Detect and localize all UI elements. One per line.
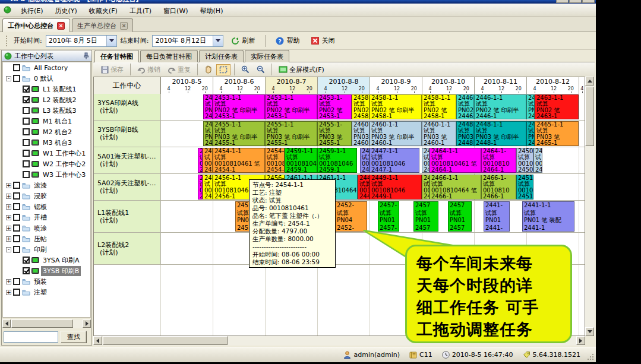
gantt-task-bar[interactable]: 245试001245 <box>203 148 213 173</box>
save-button[interactable]: 保存 <box>98 64 127 76</box>
scroll-right-button[interactable] <box>83 319 91 328</box>
gantt-task-bar[interactable]: 246试001246 <box>422 175 430 200</box>
expander-toggle[interactable]: + <box>6 215 11 220</box>
tree-item[interactable]: L2 装配线2 <box>3 94 90 105</box>
checkbox[interactable] <box>23 150 30 157</box>
checkbox[interactable] <box>23 267 30 274</box>
tree-item[interactable]: M2 机台2 <box>3 126 90 137</box>
expander-toggle[interactable]: + <box>6 183 11 188</box>
tree-item[interactable]: +预装 <box>3 276 90 287</box>
close-tab-icon[interactable]: × <box>57 22 65 30</box>
gantt-task-bar[interactable]: 2447试算00102447 <box>360 148 370 173</box>
checkbox[interactable] <box>23 128 30 135</box>
tree-item[interactable]: +滚漆 <box>3 180 90 191</box>
tree-item[interactable]: W2 工作中心2 <box>3 159 90 169</box>
gantt-task-bar[interactable]: 2458-试算PN022458- <box>352 94 370 119</box>
gantt-task-bar[interactable]: 2466-1-试算00108102466-1 <box>481 175 516 200</box>
gantt-task-bar[interactable]: 2458-1-1试算PN02 笔2458-1 <box>422 94 456 119</box>
gantt-task-bar[interactable]: 2460-1-1试算PN03 笔2460-1 <box>422 121 456 146</box>
tree-item[interactable]: +压帖 <box>3 233 90 244</box>
gantt-task-bar[interactable]: 2455-1-1试算PN03 笔 印刷半2455-1 <box>213 121 265 146</box>
tree-item[interactable]: 3YSA 印刷A <box>3 255 90 265</box>
zoom-out-button[interactable] <box>254 64 268 75</box>
pan-tool-button[interactable] <box>201 64 215 75</box>
checkbox[interactable] <box>23 107 30 114</box>
expander-toggle[interactable]: + <box>6 226 11 231</box>
expander-toggle[interactable]: + <box>6 279 11 284</box>
tree-item[interactable]: L1 装配线1 <box>3 84 90 94</box>
scroll-left-button[interactable] <box>2 319 11 328</box>
refresh-button[interactable]: 刷新 <box>227 34 259 47</box>
checkbox[interactable] <box>13 246 20 253</box>
expander-toggle[interactable]: + <box>6 236 11 242</box>
gantt-task-bar[interactable]: 2464-1-1试算0010810461 笔2464-1 <box>430 148 481 173</box>
tree-item[interactable]: W3 工作中心3 <box>3 169 90 180</box>
start-date-combo[interactable]: 2010年 8月 5日 <box>46 35 117 47</box>
pin-icon[interactable] <box>83 52 89 59</box>
scroll-down-button[interactable] <box>585 327 594 336</box>
gantt-task-bar[interactable]: 2455-1-试算PN03 笔2455-1 <box>317 121 352 146</box>
checkbox[interactable] <box>13 192 20 200</box>
document-tab[interactable]: 生产单总控台× <box>72 18 133 32</box>
gantt-task-bar[interactable]: 24试PN24 <box>203 94 213 119</box>
gantt-task-bar[interactable]: 2459-1-1试算0010810462459-1 <box>317 148 357 173</box>
checkbox[interactable] <box>23 118 30 125</box>
expander-toggle[interactable]: + <box>6 290 11 295</box>
expander-toggle[interactable]: + <box>6 204 11 210</box>
tab-计划任务表[interactable]: 计划任务表 <box>199 50 244 62</box>
checkbox[interactable] <box>23 96 30 103</box>
search-input[interactable] <box>4 331 58 343</box>
checkbox[interactable] <box>23 139 30 146</box>
checkbox[interactable] <box>13 214 20 221</box>
gantt-task-bar[interactable]: 2448试算PN032448 <box>526 121 535 146</box>
gantt-task-bar[interactable]: 2454-试算001082454- <box>265 148 285 173</box>
tab-每日负荷甘特图[interactable]: 每日负荷甘特图 <box>140 50 198 62</box>
gantt-task-bar[interactable]: 2465-1-1试算PN03 笔2465-1 <box>535 121 579 146</box>
minimize-button[interactable] <box>556 0 569 3</box>
tree-horizontal-scrollbar[interactable] <box>2 319 91 328</box>
start-date-dropdown-button[interactable] <box>106 36 116 46</box>
scroll-thumb[interactable] <box>11 319 73 328</box>
gantt-task-bar[interactable]: 2441-试算PN012441- <box>484 201 510 232</box>
end-date-dropdown-button[interactable] <box>213 36 223 46</box>
gantt-task-bar[interactable]: 2459-1-1试算001081042459-1 <box>285 148 317 173</box>
gantt-task-bar[interactable]: 2449试算00102449 <box>358 175 370 200</box>
menu-item-执行(E)[interactable]: 执行(E) <box>15 5 49 17</box>
tab-实际任务表[interactable]: 实际任务表 <box>245 50 289 62</box>
close-view-button[interactable]: 关闭 <box>307 34 339 47</box>
tree-item[interactable]: -0 默认 <box>3 73 90 84</box>
scroll-thumb[interactable] <box>585 87 594 146</box>
gantt-task-bar[interactable]: 2448-1-1试算PN03 笔 印刷半2448-1 <box>474 121 526 146</box>
checkbox[interactable] <box>13 64 20 71</box>
checkbox[interactable] <box>13 182 20 189</box>
expander-toggle[interactable]: - <box>6 247 11 252</box>
undo-button[interactable]: 撤销 <box>134 64 163 76</box>
gantt-task-bar[interactable]: 2446试算PN022446 <box>456 94 474 119</box>
gantt-task-bar[interactable]: 2451-试算001082451- <box>516 175 533 200</box>
gantt-task-bar[interactable]: 2464-1-试算00108102464-1 <box>481 148 516 173</box>
gantt-task-bar[interactable]: 2466-1-1试算0010810464 笔2466-1 <box>430 175 481 200</box>
scroll-thumb[interactable] <box>103 336 228 345</box>
checkbox[interactable] <box>23 257 30 264</box>
tree-item[interactable]: +喷涂 <box>3 223 90 233</box>
gantt-task-bar[interactable]: 2458-1-1试算PN02 笔 印刷半2458-1 <box>370 94 422 119</box>
gantt-task-bar[interactable]: 2450-试算001082450- <box>516 148 533 173</box>
gantt-task-bar[interactable]: 2447-1-1试算0010810462447-1 <box>370 148 419 173</box>
vertical-scrollbar[interactable] <box>585 77 595 336</box>
menu-item-工具(T)[interactable]: 工具(T) <box>124 5 157 17</box>
gantt-task-bar[interactable]: 2454-1-1试算0010810461 笔2454-1 <box>213 148 265 173</box>
maximize-button[interactable] <box>569 0 582 3</box>
gantt-task-bar[interactable]: 2460-1-1试算PN03 笔 印刷半2460-1 <box>370 121 422 146</box>
gantt-task-bar[interactable]: 245试001245 <box>198 148 203 173</box>
end-date-combo[interactable]: 2010年 8月12日 <box>152 35 223 47</box>
search-button[interactable]: 查找 <box>61 331 87 343</box>
tree-item[interactable]: +锯板 <box>3 201 90 212</box>
tree-item[interactable]: W1 工作中心1 <box>3 148 90 159</box>
tree-item[interactable]: +浸胶 <box>3 191 90 201</box>
tab-任务甘特图[interactable]: 任务甘特图 <box>94 50 139 62</box>
gantt-task-bar[interactable]: 2455-1-1试算PN03 笔 印刷半2455-1 <box>265 121 317 146</box>
gantt-task-bar[interactable]: 2453-1-试算PN02 笔2453-1 <box>317 94 352 119</box>
marquee-select-button[interactable] <box>216 64 230 75</box>
expander-toggle[interactable]: + <box>6 194 11 199</box>
gantt-task-bar[interactable]: 246试001246 <box>422 148 430 173</box>
